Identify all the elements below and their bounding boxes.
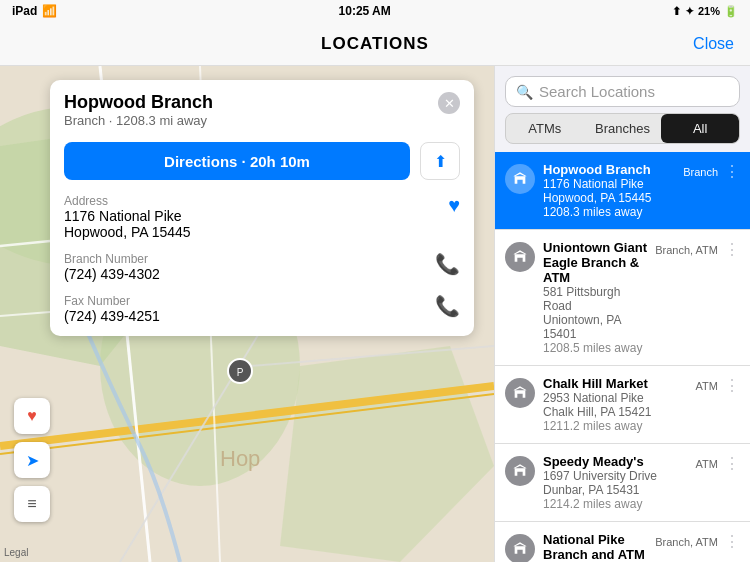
- info-card-title: Hopwood Branch: [64, 92, 213, 113]
- location-info: Uniontown Giant Eagle Branch & ATM 581 P…: [543, 240, 647, 355]
- location-icon: [505, 534, 535, 562]
- location-type: ATM: [696, 458, 718, 470]
- location-distance: 1208.5 miles away: [543, 341, 647, 355]
- tab-atms[interactable]: ATMs: [506, 114, 584, 143]
- more-options-button[interactable]: ⋮: [724, 162, 740, 181]
- legal-label: Legal: [4, 547, 28, 558]
- share-button[interactable]: ⬆: [420, 142, 460, 180]
- info-card-close-button[interactable]: ✕: [438, 92, 460, 114]
- fax-number-value: (724) 439-4251: [64, 308, 160, 324]
- list-item[interactable]: Uniontown Giant Eagle Branch & ATM 581 P…: [495, 230, 750, 366]
- list-item[interactable]: National Pike Branch and ATM 4640 Nation…: [495, 522, 750, 562]
- search-bar: 🔍: [505, 76, 740, 107]
- more-options-button[interactable]: ⋮: [724, 240, 740, 259]
- info-card-header: Hopwood Branch Branch · 1208.3 mi away ✕: [64, 92, 460, 138]
- location-info: Hopwood Branch 1176 National PikeHopwood…: [543, 162, 675, 219]
- branch-number-value: (724) 439-4302: [64, 266, 160, 282]
- list-button[interactable]: ≡: [14, 486, 50, 522]
- tab-branches[interactable]: Branches: [584, 114, 662, 143]
- map-controls: ♥ ➤ ≡: [14, 398, 50, 522]
- location-name: Uniontown Giant Eagle Branch & ATM: [543, 240, 647, 285]
- branch-number-label: Branch Number: [64, 252, 160, 266]
- svg-text:P: P: [237, 367, 244, 378]
- location-distance: 1214.2 miles away: [543, 497, 688, 511]
- location-icon: [505, 164, 535, 194]
- location-icon: [505, 456, 535, 486]
- search-bar-wrap: 🔍: [495, 66, 750, 113]
- directions-button[interactable]: Directions · 20h 10m: [64, 142, 410, 180]
- list-item[interactable]: Hopwood Branch 1176 National PikeHopwood…: [495, 152, 750, 230]
- location-icon: [505, 242, 535, 272]
- right-panel: 🔍 ATMs Branches All Hopwood Branch 1176 …: [494, 66, 750, 562]
- bank-icon: [512, 541, 528, 557]
- location-type: Branch: [683, 166, 718, 178]
- fax-number-label: Fax Number: [64, 294, 160, 308]
- location-name: Hopwood Branch: [543, 162, 675, 177]
- location-info: Chalk Hill Market 2953 National PikeChal…: [543, 376, 688, 433]
- location-right: Branch, ATM ⋮: [655, 532, 740, 551]
- location-info: Speedy Meady's 1697 University DriveDunb…: [543, 454, 688, 511]
- bluetooth-icon: ⬆: [672, 5, 681, 18]
- info-card: Hopwood Branch Branch · 1208.3 mi away ✕…: [50, 80, 474, 336]
- favorite-button[interactable]: ♥: [14, 398, 50, 434]
- search-input[interactable]: [539, 83, 729, 100]
- address-label: Address: [64, 194, 191, 208]
- location-address: 581 Pittsburgh RoadUniontown, PA 15401: [543, 285, 647, 341]
- location-name: Speedy Meady's: [543, 454, 688, 469]
- more-options-button[interactable]: ⋮: [724, 454, 740, 473]
- address-line1: 1176 National Pike: [64, 208, 191, 224]
- location-list[interactable]: Hopwood Branch 1176 National PikeHopwood…: [495, 152, 750, 562]
- location-type: Branch, ATM: [655, 244, 718, 256]
- battery-label: 21%: [698, 5, 720, 17]
- search-icon: 🔍: [516, 84, 533, 100]
- nav-title: LOCATIONS: [321, 34, 429, 54]
- bank-icon: [512, 249, 528, 265]
- nav-bar: LOCATIONS Close: [0, 22, 750, 66]
- location-right: ATM ⋮: [696, 454, 740, 473]
- location-address: 1697 University DriveDunbar, PA 15431: [543, 469, 688, 497]
- more-options-button[interactable]: ⋮: [724, 532, 740, 551]
- list-item[interactable]: Chalk Hill Market 2953 National PikeChal…: [495, 366, 750, 444]
- address-line2: Hopwood, PA 15445: [64, 224, 191, 240]
- fax-icon[interactable]: 📞: [435, 294, 460, 318]
- device-label: iPad: [12, 4, 37, 18]
- map-area[interactable]: P Hop Hopwood Branch Branch · 1208.3 mi …: [0, 66, 494, 562]
- location-right: ATM ⋮: [696, 376, 740, 395]
- list-item[interactable]: Speedy Meady's 1697 University DriveDunb…: [495, 444, 750, 522]
- bank-icon: [512, 385, 528, 401]
- location-right: Branch ⋮: [683, 162, 740, 181]
- location-distance: 1208.3 miles away: [543, 205, 675, 219]
- location-type: Branch, ATM: [655, 536, 718, 548]
- status-right: ⬆ ✦ 21% 🔋: [672, 5, 738, 18]
- locate-button[interactable]: ➤: [14, 442, 50, 478]
- close-button[interactable]: Close: [693, 35, 734, 53]
- location-icon: [505, 378, 535, 408]
- branch-number-row: Branch Number (724) 439-4302 📞: [64, 252, 460, 282]
- location-name: National Pike Branch and ATM: [543, 532, 647, 562]
- bank-icon: [512, 171, 528, 187]
- directions-row: Directions · 20h 10m ⬆: [64, 142, 460, 180]
- filter-tabs: ATMs Branches All: [505, 113, 740, 144]
- location-right: Branch, ATM ⋮: [655, 240, 740, 259]
- address-row: Address 1176 National Pike Hopwood, PA 1…: [64, 194, 460, 240]
- fax-number-row: Fax Number (724) 439-4251 📞: [64, 294, 460, 324]
- tab-all[interactable]: All: [661, 114, 739, 143]
- battery-icon: 🔋: [724, 5, 738, 18]
- info-card-subtitle: Branch · 1208.3 mi away: [64, 113, 213, 128]
- status-left: iPad 📶: [12, 4, 57, 18]
- location-type: ATM: [696, 380, 718, 392]
- location-address: 1176 National PikeHopwood, PA 15445: [543, 177, 675, 205]
- phone-icon[interactable]: 📞: [435, 252, 460, 276]
- bank-icon: [512, 463, 528, 479]
- location-name: Chalk Hill Market: [543, 376, 688, 391]
- bluetooth-label: ✦: [685, 5, 694, 18]
- wifi-icon: 📶: [42, 4, 57, 18]
- location-info: National Pike Branch and ATM 4640 Nation…: [543, 532, 647, 562]
- location-distance: 1211.2 miles away: [543, 419, 688, 433]
- more-options-button[interactable]: ⋮: [724, 376, 740, 395]
- status-time: 10:25 AM: [339, 4, 391, 18]
- main-content: P Hop Hopwood Branch Branch · 1208.3 mi …: [0, 66, 750, 562]
- location-address: 2953 National PikeChalk Hill, PA 15421: [543, 391, 688, 419]
- heart-icon[interactable]: ♥: [448, 194, 460, 217]
- svg-text:Hop: Hop: [220, 446, 260, 471]
